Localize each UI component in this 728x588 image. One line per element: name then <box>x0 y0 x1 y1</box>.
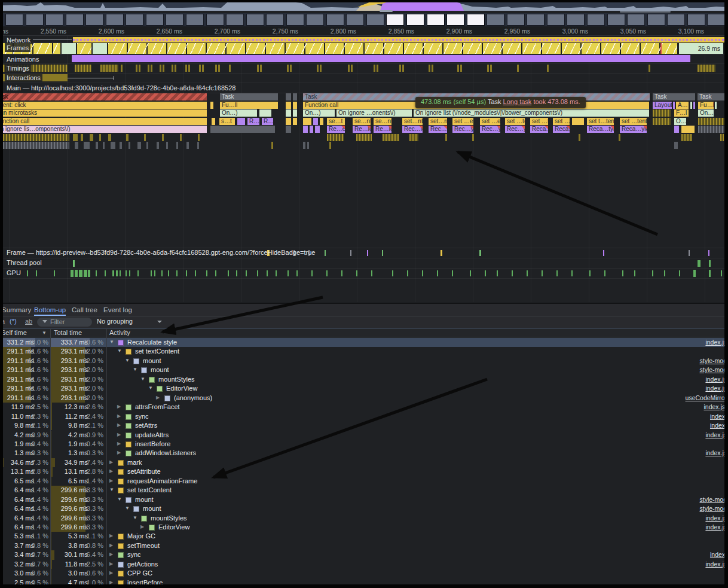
activity-label[interactable]: mount <box>143 505 161 512</box>
flame-event[interactable]: Rec…yle <box>480 126 500 133</box>
flame-event[interactable] <box>579 134 580 141</box>
whole-word-icon[interactable]: ab <box>25 318 32 325</box>
expand-open-icon[interactable]: ▼ <box>125 358 130 363</box>
flame-event[interactable]: On ignore list (\/node_modules\/|\/bower… <box>414 109 649 117</box>
track-label-animations[interactable]: Animations <box>5 56 41 63</box>
flame-event[interactable]: O… <box>674 118 686 125</box>
filmstrip-thumbnail[interactable] <box>467 14 485 26</box>
flame-event[interactable] <box>186 142 189 149</box>
filmstrip-thumbnail[interactable] <box>106 14 124 26</box>
flame-event[interactable]: s…t <box>219 118 235 125</box>
table-row[interactable]: 1.9 ms0.4 %1.9 ms0.4 %▶insertBefore <box>0 440 728 449</box>
flame-event[interactable] <box>137 142 141 149</box>
source-link[interactable]: index.js <box>705 431 727 438</box>
flame-event[interactable] <box>73 134 78 141</box>
flame-event[interactable] <box>698 118 728 125</box>
activity-label[interactable]: insertBefore <box>135 440 170 447</box>
track-label-interactions[interactable]: Interactions <box>5 74 42 82</box>
expand-open-icon[interactable]: ▼ <box>133 367 137 372</box>
filmstrip-thumbnail[interactable] <box>427 14 445 26</box>
flame-event[interactable]: Reca…yle <box>530 126 548 133</box>
tab-summary[interactable]: Summary <box>2 304 31 316</box>
filmstrip-thumbnail[interactable] <box>587 14 605 26</box>
flame-event[interactable] <box>162 134 164 141</box>
flame-event[interactable] <box>166 142 168 149</box>
flame-event[interactable] <box>90 134 93 141</box>
flame-event[interactable] <box>310 126 313 133</box>
flame-event[interactable] <box>210 126 275 133</box>
filmstrip-thumbnail[interactable] <box>186 14 204 26</box>
flame-event[interactable] <box>472 134 474 141</box>
flame-event[interactable] <box>315 126 320 133</box>
source-link[interactable]: index.js <box>705 449 727 456</box>
filmstrip-thumbnail[interactable] <box>567 14 585 26</box>
expand-closed-icon[interactable]: ▶ <box>109 570 113 575</box>
flame-event[interactable] <box>313 118 318 125</box>
table-row[interactable]: 5.3 ms1.1 %5.3 ms1.1 %▶Major GC <box>0 532 728 541</box>
flame-event[interactable]: set …ent <box>480 118 500 125</box>
source-link[interactable]: style-mod <box>699 357 727 364</box>
thread-pool-track[interactable] <box>0 258 728 268</box>
flame-event[interactable] <box>212 118 215 125</box>
filmstrip-thumbnail[interactable] <box>146 14 164 26</box>
activity-label[interactable]: setAttribute <box>127 468 161 475</box>
minimap-scroll-indicator[interactable] <box>620 11 671 13</box>
table-row[interactable]: 11.9 ms2.5 %12.3 ms2.6 %▶attrsFromFaceti… <box>0 403 728 412</box>
flame-event[interactable] <box>146 142 148 149</box>
table-row[interactable]: 291.1 ms61.6 %293.1 ms62.0 %▼mountstyle-… <box>0 357 728 365</box>
flame-event[interactable] <box>307 142 309 149</box>
flame-event[interactable] <box>303 142 305 149</box>
table-row[interactable]: 13.1 ms2.8 %13.1 ms2.8 %▶setAttribute <box>0 467 728 476</box>
expand-open-icon[interactable]: ▼ <box>109 339 114 345</box>
flame-event[interactable] <box>96 142 98 149</box>
flame-event[interactable]: se…nt <box>374 118 391 125</box>
flame-event[interactable]: Task <box>0 93 207 100</box>
flame-event[interactable]: Re…le <box>353 126 371 133</box>
col-header-total-time[interactable]: Total time <box>54 329 82 336</box>
tab-bottom-up[interactable]: Bottom-up <box>34 304 66 316</box>
activity-label[interactable]: mount <box>151 366 169 373</box>
filmstrip-thumbnail[interactable] <box>627 14 645 26</box>
source-link[interactable]: index.js <box>705 376 727 383</box>
screenshot-filmstrip[interactable] <box>0 13 728 26</box>
activity-label[interactable]: updateAttrs <box>135 431 169 438</box>
flame-event[interactable]: On ignore lis…omponents\/) <box>0 126 207 133</box>
table-row[interactable]: 1.3 ms0.3 %1.3 ms0.3 %▶addWindowListener… <box>0 449 728 458</box>
filmstrip-thumbnail[interactable] <box>5 14 23 26</box>
filmstrip-thumbnail[interactable] <box>306 14 324 26</box>
expand-closed-icon[interactable]: ▶ <box>117 422 121 428</box>
activity-label[interactable]: mountStyles <box>151 514 187 522</box>
table-row[interactable]: 291.1 ms61.6 %293.1 ms62.0 %▼EditorViewi… <box>0 384 728 393</box>
grouping-select[interactable]: No grouping <box>97 318 133 325</box>
activity-label[interactable]: Recalculate style <box>127 339 177 346</box>
activity-label[interactable]: getActions <box>127 560 158 568</box>
filmstrip-thumbnail[interactable] <box>487 14 504 26</box>
flame-event[interactable] <box>720 134 724 141</box>
expand-closed-icon[interactable]: ▶ <box>109 468 113 474</box>
minimap-window-handle[interactable] <box>380 10 393 12</box>
source-link[interactable]: style-mod <box>699 496 727 503</box>
expand-closed-icon[interactable]: ▶ <box>117 404 121 409</box>
activity-label[interactable]: setTimeout <box>127 542 160 549</box>
flame-event[interactable]: Fu…ll <box>698 102 714 109</box>
flame-event[interactable] <box>303 118 311 125</box>
flame-event[interactable]: Task <box>698 93 728 100</box>
flame-event[interactable] <box>293 118 297 125</box>
flame-event[interactable] <box>176 142 178 149</box>
filmstrip-thumbnail[interactable] <box>26 14 44 26</box>
tab-call-tree[interactable]: Call tree <box>72 304 97 316</box>
flame-event[interactable]: Rec…yle <box>505 126 525 133</box>
activity-label[interactable]: requestAnimationFrame <box>127 477 197 485</box>
flame-event[interactable] <box>126 134 129 141</box>
flame-event[interactable] <box>681 126 695 133</box>
flame-event[interactable]: On…) <box>220 109 257 117</box>
flame-event[interactable]: Re…le <box>374 126 391 133</box>
activity-label[interactable]: set textContent <box>135 348 179 355</box>
flame-event[interactable]: On…) <box>698 109 714 117</box>
flame-event[interactable]: set …tent <box>505 118 525 125</box>
filmstrip-thumbnail[interactable] <box>266 14 284 26</box>
flame-event[interactable]: set t…tent <box>587 118 614 125</box>
filmstrip-thumbnail[interactable] <box>246 14 264 26</box>
filmstrip-thumbnail[interactable] <box>346 14 364 26</box>
expand-open-icon[interactable]: ▼ <box>109 487 114 492</box>
